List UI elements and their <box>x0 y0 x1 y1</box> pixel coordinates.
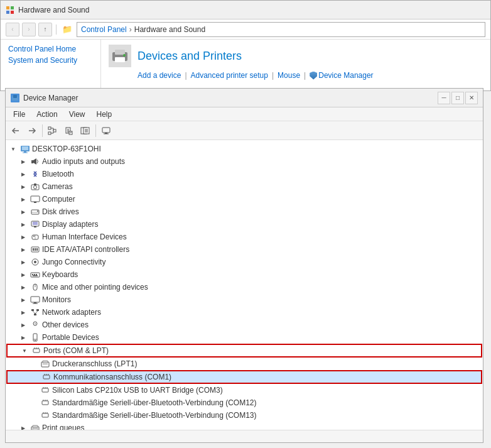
svg-rect-5 <box>115 50 125 55</box>
svg-rect-84 <box>43 361 48 363</box>
close-button[interactable]: ✕ <box>465 92 478 104</box>
tree-bluetooth[interactable]: ▶ Bluetooth <box>6 168 483 180</box>
tree-audio[interactable]: ▶ Audio inputs and outputs <box>6 155 483 168</box>
svg-text:?: ? <box>35 322 36 326</box>
cp-security-link[interactable]: System and Security <box>8 56 93 65</box>
svg-rect-70 <box>34 314 36 315</box>
cameras-toggle[interactable]: ▶ <box>18 182 28 192</box>
toolbar-back-btn[interactable] <box>8 123 23 138</box>
tree-portable[interactable]: ▶ Portable Devices <box>6 331 483 344</box>
menu-file[interactable]: File <box>8 109 30 120</box>
add-device-link[interactable]: Add a device <box>138 71 181 80</box>
tree-root[interactable]: ▼ DESKTOP-63F1OHI <box>6 143 483 155</box>
cp-title-text: Hardware and Sound <box>18 6 485 14</box>
menu-action[interactable]: Action <box>31 109 62 120</box>
monitors-toggle[interactable]: ▶ <box>18 295 28 305</box>
toolbar-properties-btn[interactable] <box>78 123 93 138</box>
forward-button[interactable]: › <box>22 23 36 36</box>
printq-toggle[interactable]: ▶ <box>18 423 28 430</box>
tree-com13[interactable]: ▶ Standardmäßige Seriell-über-Bluetooth-… <box>6 409 483 422</box>
tree-lpt1[interactable]: ▶ Druckeranschluss (LPT1) <box>6 358 483 370</box>
menu-help[interactable]: Help <box>92 109 117 120</box>
hid-toggle[interactable]: ▶ <box>18 232 28 242</box>
root-label: DESKTOP-63F1OHI <box>32 145 101 153</box>
tree-cp210x[interactable]: ▶ Silicon Labs CP210x USB to UART Bridge… <box>6 384 483 396</box>
tree-printq[interactable]: ▶ Print queues <box>6 422 483 430</box>
svg-rect-34 <box>22 146 28 150</box>
tree-ports[interactable]: ▼ Ports (COM & LPT) <box>7 344 482 357</box>
tree-disk[interactable]: ▶ Disk drives <box>6 205 483 218</box>
computer-toggle[interactable]: ▶ <box>18 194 28 204</box>
disk-toggle[interactable]: ▶ <box>18 207 28 217</box>
svg-rect-71 <box>36 309 39 311</box>
tree-monitors[interactable]: ▶ Monitors <box>6 293 483 306</box>
portable-toggle[interactable]: ▶ <box>18 332 28 342</box>
tree-com1[interactable]: ▶ Kommunikationsanschluss (COM1) <box>7 371 482 383</box>
svg-rect-55 <box>35 248 36 251</box>
audio-icon <box>30 156 40 167</box>
tree-display[interactable]: ▶ Display adapters <box>6 218 483 231</box>
svg-rect-2 <box>6 11 9 14</box>
back-button[interactable]: ‹ <box>6 23 19 36</box>
svg-rect-37 <box>31 160 33 163</box>
tree-computer[interactable]: ▶ Computer <box>6 193 483 205</box>
keyboards-toggle[interactable]: ▶ <box>18 270 28 280</box>
dm-tree[interactable]: ▼ DESKTOP-63F1OHI ▶ Audio inputs and out… <box>6 140 483 430</box>
hid-icon <box>30 232 40 242</box>
mouse-link[interactable]: Mouse <box>278 71 300 80</box>
toolbar-forward-btn[interactable] <box>24 123 40 138</box>
advanced-printer-link[interactable]: Advanced printer setup <box>191 71 268 80</box>
toolbar-monitor-btn[interactable] <box>99 123 114 138</box>
other-toggle[interactable]: ▶ <box>18 320 28 330</box>
svg-rect-13 <box>48 132 51 134</box>
ide-toggle[interactable]: ▶ <box>18 244 28 254</box>
up-button[interactable]: ↑ <box>38 23 52 36</box>
cp-section-header: Devices and Printers <box>109 45 483 67</box>
mice-toggle[interactable]: ▶ <box>18 282 28 292</box>
svg-rect-66 <box>31 297 40 302</box>
tree-ide[interactable]: ▶ IDE ATA/ATAPI controllers <box>6 243 483 256</box>
toolbar-edit-btn[interactable] <box>62 123 77 138</box>
svg-rect-6 <box>115 57 125 62</box>
root-toggle[interactable]: ▼ <box>8 144 18 154</box>
display-label: Display adapters <box>42 220 98 229</box>
tree-cameras[interactable]: ▶ Cameras <box>6 180 483 193</box>
tree-com12[interactable]: ▶ Standardmäßige Seriell-über-Bluetooth-… <box>6 396 483 409</box>
svg-rect-62 <box>36 274 37 275</box>
tree-mice[interactable]: ▶ Mice and other pointing devices <box>6 281 483 293</box>
devices-printers-icon <box>109 45 131 67</box>
menu-view[interactable]: View <box>64 109 90 120</box>
svg-rect-43 <box>34 202 36 203</box>
ports-toggle[interactable]: ▼ <box>19 346 30 356</box>
toolbar-tree-btn[interactable] <box>45 123 60 138</box>
jungo-label: Jungo Connectivity <box>42 258 105 266</box>
tree-network[interactable]: ▶ Network adapters <box>6 306 483 319</box>
portable-label: Portable Devices <box>42 333 99 342</box>
tree-hid[interactable]: ▶ Human Interface Devices <box>6 231 483 243</box>
cp-links: Add a device | Advanced printer setup | … <box>109 71 483 80</box>
hid-label: Human Interface Devices <box>42 232 127 241</box>
bluetooth-toggle[interactable]: ▶ <box>18 169 28 179</box>
svg-rect-103 <box>33 425 38 428</box>
breadcrumb-part1[interactable]: Control Panel <box>81 25 127 34</box>
audio-toggle[interactable]: ▶ <box>18 156 28 167</box>
cp-home-link[interactable]: Control Panel Home <box>8 45 93 53</box>
device-manager-link[interactable]: Device Manager <box>318 71 373 80</box>
tree-jungo[interactable]: ▶ Jungo Connectivity <box>6 256 483 268</box>
svg-rect-42 <box>31 196 40 202</box>
cp-sidebar: Control Panel Home System and Security <box>1 40 101 92</box>
svg-rect-41 <box>34 183 36 185</box>
dm-content: ▼ DESKTOP-63F1OHI ▶ Audio inputs and out… <box>6 140 483 430</box>
network-toggle[interactable]: ▶ <box>18 307 28 317</box>
dm-titlebar: Device Manager ─ □ ✕ <box>6 89 483 107</box>
maximize-button[interactable]: □ <box>451 92 464 104</box>
tree-other[interactable]: ▶ ? Other devices <box>6 319 483 331</box>
display-toggle[interactable]: ▶ <box>18 219 28 229</box>
com1-label: Kommunikationsanschluss (COM1) <box>53 373 171 381</box>
tree-keyboards[interactable]: ▶ Keyboards <box>6 268 483 281</box>
device-manager-window: Device Manager ─ □ ✕ File Action View He… <box>5 88 483 443</box>
cp210x-icon <box>40 385 50 395</box>
minimize-button[interactable]: ─ <box>438 92 450 104</box>
svg-rect-98 <box>42 413 48 417</box>
jungo-toggle[interactable]: ▶ <box>18 257 28 267</box>
